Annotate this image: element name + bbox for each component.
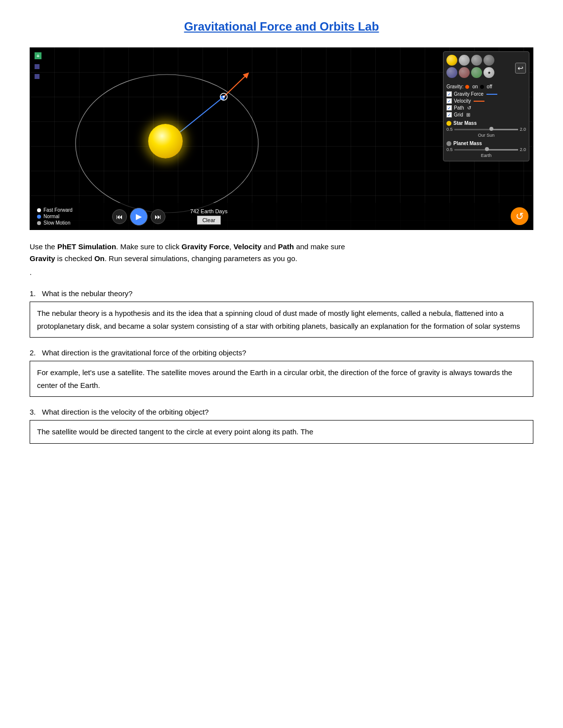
- simulation-container: + ★ ↩ Gravity: on off ✓: [30, 47, 533, 230]
- q3-number: 3.: [30, 408, 36, 416]
- gravity-force-line: [486, 94, 497, 95]
- grid-label: Grid: [454, 112, 463, 117]
- legend-dot-slow: [37, 221, 41, 225]
- grid-icon: ⊞: [466, 112, 470, 117]
- planet4-body-option[interactable]: [459, 67, 470, 78]
- q1-text: What is the nebular theory?: [42, 289, 132, 298]
- velocity-label: Velocity: [454, 98, 471, 104]
- instr-mid1: . Make sure to click: [116, 242, 182, 251]
- clear-button[interactable]: Clear: [197, 216, 221, 225]
- q1-number: 1.: [30, 289, 36, 298]
- q2-text: What direction is the gravitational forc…: [42, 348, 246, 357]
- instr-path: Path: [278, 242, 294, 251]
- moon-body-option[interactable]: [459, 55, 470, 66]
- legend-normal: Normal: [37, 214, 73, 219]
- custom-body-option[interactable]: ★: [483, 67, 494, 78]
- instr-end2: . Run several simulations, changing para…: [105, 254, 297, 263]
- legend-slow-label: Slow Motion: [43, 220, 70, 226]
- gravity-off-label[interactable]: off: [487, 84, 492, 89]
- play-button[interactable]: ▶: [130, 208, 148, 226]
- instr-gravity-force: Gravity Force: [182, 242, 230, 251]
- velocity-row: ✓ Velocity: [446, 98, 526, 104]
- q2-number: 2.: [30, 348, 36, 357]
- planet-mass-section: Planet Mass: [446, 141, 526, 146]
- star-mass-dot: [446, 121, 451, 126]
- planet5-body-option[interactable]: [471, 67, 482, 78]
- answer-box-3: The satellite would be directed tangent …: [30, 420, 533, 444]
- gravity-on-radio[interactable]: [465, 85, 469, 89]
- star-mass-slider-row: 0.5 2.0: [446, 127, 526, 132]
- answer-box-2: For example, let's use a satellite. The …: [30, 361, 533, 397]
- star-mass-slider[interactable]: [454, 129, 519, 130]
- legend-dot-fast: [37, 208, 41, 212]
- planet-mass-slider-row: 0.5 2.0: [446, 147, 526, 152]
- answer-box-1: The nebular theory is a hypothesis and i…: [30, 302, 533, 338]
- gravity-on-label[interactable]: on: [472, 84, 478, 89]
- path-checkbox[interactable]: ✓: [446, 105, 452, 111]
- instr-velocity: Velocity: [234, 242, 262, 251]
- grid-row: ✓ Grid ⊞: [446, 112, 526, 117]
- planet3-body-option[interactable]: [446, 67, 457, 78]
- instr-comma: ,: [229, 242, 233, 251]
- page-title[interactable]: Gravitational Force and Orbits Lab: [184, 20, 379, 33]
- grid-checkbox[interactable]: ✓: [446, 112, 452, 117]
- question-2: 2. What direction is the gravitational f…: [30, 348, 533, 357]
- instructions-block: Use the PhET Simulation. Make sure to cl…: [30, 241, 533, 278]
- instr-on: On: [94, 254, 105, 263]
- star-mass-max: 2.0: [520, 127, 526, 132]
- planet-mass-min: 0.5: [446, 147, 453, 152]
- legend-slow: Slow Motion: [37, 220, 73, 226]
- planet-mass-label: Planet Mass: [453, 141, 482, 146]
- legend-normal-label: Normal: [43, 214, 59, 219]
- time-display: 742 Earth Days: [190, 208, 228, 214]
- planet-mass-slider[interactable]: [454, 149, 519, 151]
- instr-phet: PhET Simulation: [57, 242, 116, 251]
- instr-gravity: Gravity: [30, 254, 55, 263]
- step-forward-button[interactable]: ⏭: [151, 209, 165, 224]
- answer-2-text: For example, let's use a satellite. The …: [37, 368, 512, 389]
- legend-fast-label: Fast Forward: [43, 207, 73, 213]
- control-square2: [35, 74, 40, 79]
- gravity-off-radio[interactable]: [480, 85, 484, 89]
- gravity-force-checkbox[interactable]: ✓: [446, 91, 452, 97]
- zoom-in-button[interactable]: +: [35, 52, 41, 59]
- answer-3-text: The satellite would be directed tangent …: [37, 427, 313, 436]
- planet1-body-option[interactable]: [471, 55, 482, 66]
- star-mass-label: Star Mass: [453, 120, 477, 126]
- star-body: [148, 124, 183, 158]
- answer-1-text: The nebular theory is a hypothesis and i…: [37, 309, 520, 330]
- legend-fast-forward: Fast Forward: [37, 207, 73, 213]
- speed-legend: Fast Forward Normal Slow Motion: [37, 207, 73, 226]
- legend-dot-normal: [37, 215, 41, 219]
- sun-body-option[interactable]: [446, 55, 457, 66]
- path-label: Path: [454, 105, 464, 111]
- velocity-line: [474, 101, 484, 102]
- instr-and: and: [261, 242, 278, 251]
- gravity-force-label: Gravity Force: [454, 91, 483, 97]
- sim-bottom-bar: Fast Forward Normal Slow Motion ⏮ ▶ ⏭ 74…: [30, 203, 533, 230]
- dot-separator: .: [30, 267, 533, 278]
- page-title-container: Gravitational Force and Orbits Lab: [30, 20, 533, 34]
- question-3: 3. What direction is the velocity of the…: [30, 408, 533, 416]
- sim-reset-button[interactable]: ↺: [511, 207, 528, 225]
- star-mass-section: Star Mass: [446, 120, 526, 126]
- path-icon: ↺: [467, 105, 471, 111]
- planet2-body-option[interactable]: [483, 55, 494, 66]
- reset-bodies-button[interactable]: ↩: [515, 63, 526, 74]
- velocity-checkbox[interactable]: ✓: [446, 98, 452, 104]
- question-1: 1. What is the nebular theory?: [30, 289, 533, 298]
- control-square: [35, 64, 40, 69]
- path-row: ✓ Path ↺: [446, 105, 526, 111]
- rewind-button[interactable]: ⏮: [112, 209, 127, 224]
- star-mass-midlabel: Our Sun: [446, 133, 526, 138]
- gravity-toggle-row: Gravity: on off: [446, 84, 526, 89]
- gravity-label: Gravity:: [446, 84, 463, 89]
- planet-mass-dot: [446, 141, 451, 146]
- reset-icon: ↺: [516, 210, 524, 222]
- playback-controls: ⏮ ▶ ⏭: [112, 208, 165, 226]
- planet-mass-midlabel: Earth: [446, 153, 526, 158]
- zoom-controls: +: [35, 52, 41, 79]
- control-panel: ★ ↩ Gravity: on off ✓ Gravity Force ✓ Ve…: [443, 51, 529, 161]
- instr-pre1: Use the: [30, 242, 57, 251]
- star-mass-min: 0.5: [446, 127, 453, 132]
